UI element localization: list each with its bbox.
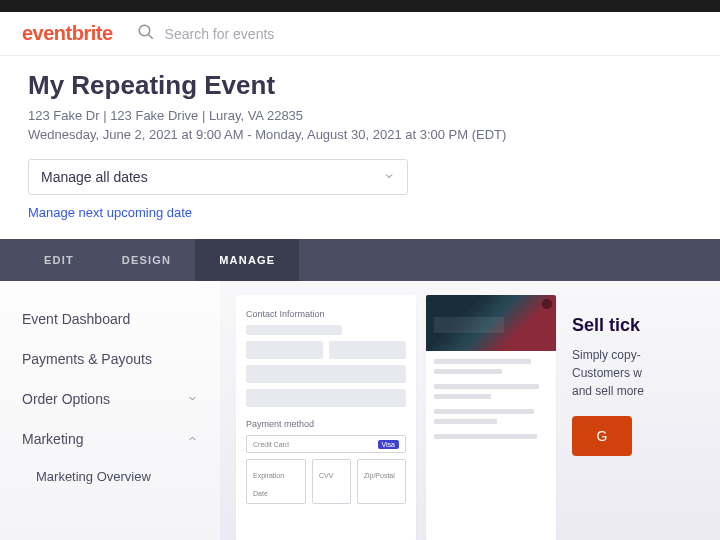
- sidebar-item-label: Payments & Payouts: [22, 351, 152, 367]
- dates-dropdown[interactable]: Manage all dates: [28, 159, 408, 195]
- sidebar-item-dashboard[interactable]: Event Dashboard: [0, 299, 220, 339]
- sidebar-item-order-options[interactable]: Order Options: [0, 379, 220, 419]
- placeholder-line: [434, 394, 491, 399]
- zip-label: Zip/Postal: [364, 472, 395, 479]
- svg-line-1: [148, 34, 153, 39]
- event-thumbnail: [426, 295, 556, 351]
- promo-text: Simply copy- Customers w and sell more: [572, 346, 674, 400]
- form-preview-card: Contact Information Payment method Credi…: [236, 295, 416, 540]
- promo-panel: Sell tick Simply copy- Customers w and s…: [566, 295, 674, 540]
- preview-panel: Contact Information Payment method Credi…: [220, 281, 720, 540]
- tab-manage[interactable]: MANAGE: [195, 239, 299, 281]
- sidebar-item-label: Order Options: [22, 391, 110, 407]
- search-input[interactable]: [165, 26, 385, 42]
- placeholder-bar: [246, 325, 342, 335]
- event-summary: My Repeating Event 123 Fake Dr | 123 Fak…: [0, 56, 720, 239]
- sidebar-item-marketing[interactable]: Marketing: [0, 419, 220, 459]
- content-area: Event Dashboard Payments & Payouts Order…: [0, 281, 720, 540]
- placeholder-bar: [246, 389, 406, 407]
- chevron-down-icon: [187, 391, 198, 407]
- payment-method-label: Payment method: [246, 419, 406, 429]
- chevron-up-icon: [187, 431, 198, 447]
- tab-edit[interactable]: EDIT: [20, 239, 98, 281]
- placeholder-line: [434, 359, 531, 364]
- window-chrome-bar: [0, 0, 720, 12]
- placeholder-bar: [246, 341, 323, 359]
- sidebar-item-payments[interactable]: Payments & Payouts: [0, 339, 220, 379]
- promo-title: Sell tick: [572, 315, 674, 336]
- search-group: [137, 23, 385, 45]
- sidebar-item-label: Event Dashboard: [22, 311, 130, 327]
- preview-lines: [426, 351, 556, 452]
- placeholder-line: [434, 369, 502, 374]
- placeholder-bar: [246, 365, 406, 383]
- manage-tabs: EDIT DESIGN MANAGE: [0, 239, 720, 281]
- placeholder-line: [434, 384, 539, 389]
- brand-logo[interactable]: eventbrite: [22, 22, 113, 45]
- placeholder-line: [434, 409, 534, 414]
- chevron-down-icon: [383, 169, 395, 185]
- promo-line: Customers w: [572, 364, 674, 382]
- credit-card-field: Credit Card Visa: [246, 435, 406, 453]
- event-daterange: Wednesday, June 2, 2021 at 9:00 AM - Mon…: [28, 125, 692, 145]
- placeholder-line: [434, 434, 537, 439]
- global-header: eventbrite: [0, 12, 720, 56]
- expiration-field: Expiration Date: [246, 459, 306, 504]
- tab-design[interactable]: DESIGN: [98, 239, 195, 281]
- card-brand-tag: Visa: [378, 440, 400, 449]
- sidebar-item-label: Marketing: [22, 431, 83, 447]
- sidebar-subitem-marketing-overview[interactable]: Marketing Overview: [0, 459, 220, 494]
- event-title: My Repeating Event: [28, 70, 692, 101]
- search-icon: [137, 23, 155, 45]
- credit-card-label: Credit Card: [253, 441, 289, 448]
- exp-label: Expiration Date: [253, 472, 284, 497]
- promo-cta-button[interactable]: G: [572, 416, 632, 456]
- manage-sidebar: Event Dashboard Payments & Payouts Order…: [0, 281, 220, 540]
- event-location: 123 Fake Dr | 123 Fake Drive | Luray, VA…: [28, 107, 692, 125]
- cvv-label: CVV: [319, 472, 333, 479]
- placeholder-bar: [329, 341, 406, 359]
- event-preview-card: [426, 295, 556, 540]
- zip-field: Zip/Postal: [357, 459, 406, 504]
- placeholder-line: [434, 419, 497, 424]
- cvv-field: CVV: [312, 459, 351, 504]
- manage-next-date-link[interactable]: Manage next upcoming date: [28, 205, 192, 220]
- contact-info-label: Contact Information: [246, 309, 406, 319]
- promo-line: and sell more: [572, 382, 674, 400]
- dates-dropdown-label: Manage all dates: [41, 169, 148, 185]
- svg-point-0: [139, 25, 150, 36]
- promo-line: Simply copy-: [572, 346, 674, 364]
